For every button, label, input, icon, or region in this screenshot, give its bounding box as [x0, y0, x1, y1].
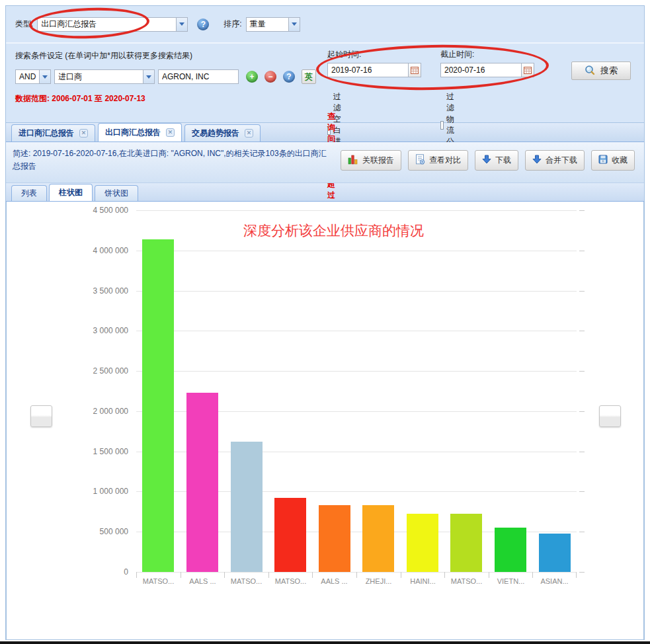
chart-bar[interactable] [231, 442, 263, 572]
close-icon[interactable]: ✕ [166, 128, 175, 137]
gridline [136, 210, 577, 211]
x-axis-label: MATSO... [224, 577, 268, 585]
start-date-label: 起始时间: [327, 49, 421, 60]
x-axis-tick [136, 572, 137, 578]
chevron-down-icon[interactable] [176, 18, 187, 31]
search-field-value: 进口商 [58, 71, 82, 83]
y-axis-tick [579, 411, 585, 412]
chart-bar[interactable] [319, 505, 350, 572]
search-field-select[interactable]: 进口商 [54, 69, 155, 84]
gridline [136, 251, 577, 251]
sort-value: 重量 [250, 19, 266, 30]
action-label: 查看对比 [429, 155, 461, 166]
tab-importer-summary[interactable]: 进口商汇总报告 ✕ [11, 124, 95, 141]
summary-text: 简述: 2019-07-16-2020-07-16,在北美进口商: "AGRON… [13, 147, 330, 173]
tab-label: 进口商汇总报告 [19, 128, 74, 139]
help-icon[interactable]: ? [283, 71, 295, 83]
favorite-button[interactable]: 收藏 [591, 150, 635, 171]
chart-bar[interactable] [362, 505, 394, 572]
x-axis-label: HAINI... [401, 577, 445, 585]
search-icon [585, 65, 595, 77]
tab-trade-trend[interactable]: 交易趋势报告 ✕ [184, 124, 261, 141]
view-tab-pie-chart[interactable]: 饼状图 [95, 185, 138, 201]
chevron-down-icon[interactable] [143, 70, 154, 83]
remove-condition-icon[interactable]: − [264, 71, 276, 83]
calendar-icon[interactable] [408, 63, 421, 77]
x-axis-tick [224, 572, 225, 578]
bool-operator-select[interactable]: AND [15, 69, 51, 84]
x-axis-tick [444, 572, 445, 578]
chevron-down-icon[interactable] [39, 70, 50, 83]
end-date-input[interactable] [440, 63, 521, 77]
search-query-input[interactable] [158, 69, 239, 84]
search-settings-title: 搜索条件设定 (在单词中加*用以获得更多搜索结果) [15, 50, 316, 61]
chart-bar[interactable] [274, 498, 306, 572]
action-label: 关联报告 [362, 155, 394, 166]
action-label: 收藏 [612, 155, 628, 166]
x-axis-label: ASIAN... [532, 577, 577, 585]
chart-bar[interactable] [142, 239, 174, 572]
end-date-group: 截止时间: [440, 49, 534, 77]
window-bottom-edge [0, 641, 650, 644]
x-axis-tick [312, 572, 313, 578]
merge-download-button[interactable]: 合并下载 [525, 150, 585, 171]
view-tabstrip: 列表 柱状图 饼状图 [6, 183, 644, 202]
x-axis-label: AALS ... [181, 577, 225, 585]
calendar-icon[interactable] [521, 63, 534, 77]
view-tab-bar-chart[interactable]: 柱状图 [49, 184, 93, 201]
y-axis-label: 2 500 000 [56, 366, 128, 376]
bar-chart-plot: 4 500 0004 000 0003 500 0003 000 0002 50… [136, 210, 577, 572]
bar-chart-icon [348, 154, 358, 167]
tab-label: 出口商汇总报告 [105, 127, 161, 138]
start-date-group: 起始时间: [327, 49, 421, 77]
chart-bar[interactable] [495, 528, 526, 572]
add-condition-icon[interactable]: + [246, 71, 258, 83]
end-date-label: 截止时间: [440, 49, 534, 60]
x-axis-tick [268, 572, 269, 578]
action-toolbar: 关联报告 查看对比 下载 合并下载 [341, 150, 635, 171]
filter-logistics-checkbox[interactable] [440, 121, 444, 130]
x-axis-label: VIETN... [489, 577, 533, 585]
close-icon[interactable]: ✕ [245, 129, 253, 138]
chart-bar[interactable] [407, 514, 438, 572]
y-axis-tick [579, 210, 585, 211]
y-axis-tick [579, 572, 585, 573]
view-compare-button[interactable]: 查看对比 [408, 150, 468, 171]
y-axis-tick [579, 331, 585, 331]
language-toggle-button[interactable]: 英 [302, 69, 316, 84]
report-tabstrip: 进口商汇总报告 ✕ 出口商汇总报告 ✕ 交易趋势报告 ✕ [6, 122, 644, 142]
help-icon[interactable]: ? [197, 19, 209, 30]
x-axis-tick [532, 572, 533, 578]
chart-prev-button[interactable] [30, 405, 52, 427]
report-type-select[interactable]: 出口商汇总报告 [37, 17, 188, 32]
y-axis-tick [579, 251, 585, 251]
view-tab-list[interactable]: 列表 [11, 185, 47, 201]
related-report-button[interactable]: 关联报告 [341, 150, 401, 171]
action-label: 下载 [495, 155, 511, 166]
y-axis-label: 0 [56, 567, 128, 577]
x-axis-tick [356, 572, 357, 578]
close-icon[interactable]: ✕ [79, 129, 88, 138]
action-label: 合并下载 [546, 155, 577, 166]
tab-exporter-summary[interactable]: 出口商汇总报告 ✕ [98, 123, 182, 141]
chart-bar[interactable] [539, 534, 571, 572]
start-date-input[interactable] [327, 63, 408, 77]
x-axis-label: MATSO... [444, 577, 489, 585]
search-button-label: 搜索 [600, 65, 618, 77]
chart-bar[interactable] [186, 393, 218, 572]
x-axis-label: ZHEJI... [356, 577, 401, 585]
x-axis-tick [401, 572, 401, 578]
search-button[interactable]: 搜索 [571, 61, 631, 80]
chart-next-button[interactable] [599, 405, 621, 427]
download-button[interactable]: 下载 [475, 150, 518, 171]
y-axis-label: 4 500 000 [56, 206, 128, 215]
y-axis-label: 3 500 000 [56, 286, 128, 296]
x-axis-tick [181, 572, 181, 578]
data-range-text: 数据范围: 2006-07-01 至 2020-07-13 [15, 93, 316, 104]
gridline [136, 331, 577, 331]
sort-select[interactable]: 重量 [246, 17, 300, 32]
y-axis-tick [579, 371, 585, 372]
y-axis-label: 1 500 000 [56, 447, 128, 456]
chevron-down-icon[interactable] [288, 18, 300, 31]
chart-bar[interactable] [450, 514, 482, 572]
